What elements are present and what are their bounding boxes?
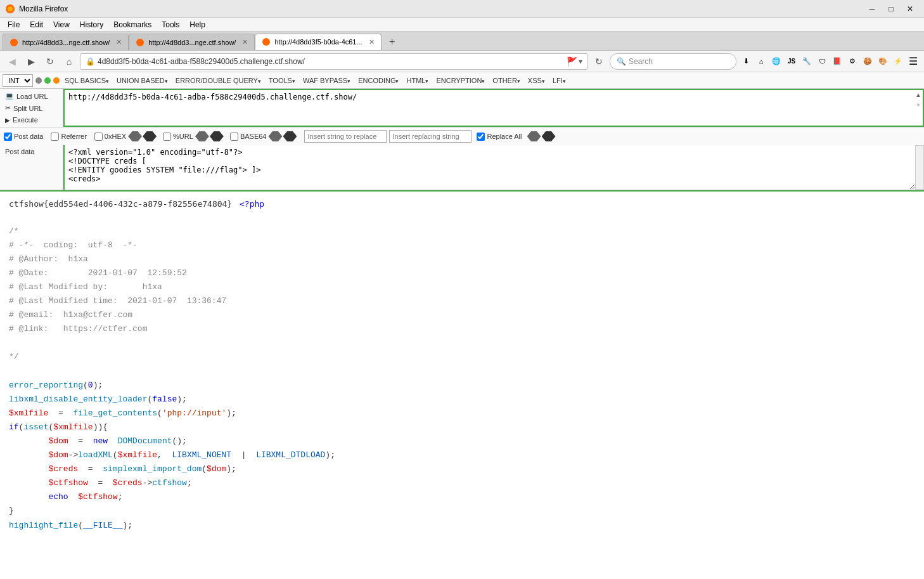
hamburger-menu[interactable]: ☰	[906, 55, 920, 68]
referrer-checkbox[interactable]	[51, 133, 59, 141]
tab-2[interactable]: http://4d8dd3...nge.ctf.show/ ✕	[129, 34, 255, 50]
base64-checkbox[interactable]	[230, 133, 238, 141]
hackbar-url-area: ▲ +	[63, 89, 924, 127]
ext-icon4[interactable]: ⚡	[891, 55, 905, 68]
menu-union-based[interactable]: UNION BASED▾	[114, 75, 170, 86]
svg-point-2	[10, 39, 18, 46]
dot-green	[44, 77, 51, 84]
search-bar[interactable]: 🔍 Search	[610, 53, 736, 70]
ext-icon1[interactable]: 🔧	[800, 55, 814, 68]
maximize-button[interactable]: □	[882, 2, 900, 16]
menu-history[interactable]: History	[75, 19, 108, 30]
reload-button[interactable]: ↻	[42, 53, 58, 70]
js-icon[interactable]: JS	[785, 55, 799, 68]
hackbar-url-controls: ▲ +	[914, 90, 923, 109]
referrer-label: Referrer	[61, 133, 86, 140]
menu-encryption[interactable]: ENCRYPTION▾	[433, 75, 487, 86]
refresh-button[interactable]: ↻	[591, 53, 607, 70]
menubar: File Edit View History Bookmarks Tools H…	[0, 18, 924, 32]
new-tab-button[interactable]: +	[384, 34, 401, 50]
ext-icon3[interactable]: 🎨	[876, 55, 890, 68]
tab1-favicon	[10, 38, 18, 47]
home-icon[interactable]: ⌂	[754, 55, 768, 68]
shield-icon[interactable]: 🛡	[815, 55, 829, 68]
split-url-button[interactable]: ✂ Split URL	[0, 102, 63, 114]
menu-sql-basics[interactable]: SQL BASICS▾	[62, 75, 112, 86]
insert-string-input[interactable]	[304, 130, 387, 143]
hackbar-sidebar: 💻 Load URL ✂ Split URL ▶ Execute	[0, 89, 63, 127]
close-button[interactable]: ✕	[901, 2, 919, 16]
forward-button[interactable]: ▶	[23, 53, 39, 70]
replace-arrow-right[interactable]	[542, 131, 556, 141]
base64-arrow-left[interactable]	[268, 131, 282, 141]
titlebar: Mozilla Firefox ─ □ ✕	[0, 0, 924, 18]
load-url-button[interactable]: 💻 Load URL	[0, 90, 63, 102]
menu-bookmarks[interactable]: Bookmarks	[108, 19, 157, 30]
hex-arrow-right[interactable]	[143, 131, 157, 141]
execute-button[interactable]: ▶ Execute	[0, 114, 63, 126]
menu-help[interactable]: Help	[184, 19, 210, 30]
tab3-favicon	[262, 37, 271, 46]
back-button[interactable]: ◀	[4, 53, 20, 70]
menu-error-query[interactable]: ERROR/DOUBLE QUERY▾	[173, 75, 264, 86]
int-select[interactable]: INT	[3, 74, 33, 87]
download-icon[interactable]: ⬇	[739, 55, 753, 68]
url-arrow-left[interactable]	[195, 131, 209, 141]
tab-1[interactable]: http://4d8dd3...nge.ctf.show/ ✕	[3, 34, 129, 50]
ext-icon2[interactable]: 📕	[830, 55, 844, 68]
replace-all-checkbox-group: Replace All	[477, 133, 522, 141]
menu-html[interactable]: HTML▾	[404, 75, 431, 86]
hex-arrow-left[interactable]	[128, 131, 142, 141]
content-area: ctfshow{edd554ed-4406-432c-a879-f82556e7…	[0, 192, 924, 579]
hex-checkbox-group: 0xHEX	[94, 133, 126, 141]
post-data-scrollbar[interactable]	[915, 145, 924, 190]
base64-arrow-right[interactable]	[283, 131, 297, 141]
hackbar-options-row: Post data Referrer 0xHEX %URL	[0, 127, 924, 145]
titlebar-controls: ─ □ ✕	[863, 2, 919, 16]
dropdown-arrow-icon[interactable]: ▾	[579, 57, 582, 66]
globe-icon[interactable]: 🌐	[769, 55, 783, 68]
replace-all-checkbox[interactable]	[477, 133, 485, 141]
url-up-button[interactable]: ▲	[914, 90, 923, 99]
hex-checkbox[interactable]	[94, 133, 103, 141]
post-data-input[interactable]	[63, 145, 915, 190]
minimize-button[interactable]: ─	[863, 2, 881, 16]
titlebar-left: Mozilla Firefox	[5, 4, 68, 14]
base64-label: BASE64	[240, 133, 267, 140]
hackbar-postdata-row: Post data	[0, 145, 924, 190]
menu-tools[interactable]: Tools	[157, 19, 184, 30]
menu-file[interactable]: File	[3, 19, 25, 30]
url-bar[interactable]: 🔒 4d8dd3f5-b0da-4c61-adba-f588c29400d5.c…	[80, 53, 588, 70]
menu-edit[interactable]: Edit	[25, 19, 48, 30]
tabbar: http://4d8dd3...nge.ctf.show/ ✕ http://4…	[0, 32, 924, 51]
tab1-label: http://4d8dd3...nge.ctf.show/	[22, 39, 110, 46]
tab3-close[interactable]: ✕	[369, 38, 375, 46]
home-button[interactable]: ⌂	[61, 53, 77, 70]
insert-replacing-input[interactable]	[389, 130, 472, 143]
url-plus-button[interactable]: +	[914, 100, 923, 109]
menu-tools[interactable]: TOOLS▾	[266, 75, 298, 86]
menu-waf-bypass[interactable]: WAF BYPASS▾	[300, 75, 353, 86]
menu-view[interactable]: View	[48, 19, 75, 30]
flag-text: ctfshow{edd554ed-4406-432c-a879-f82556e7…	[9, 199, 232, 209]
post-data-checkbox[interactable]	[4, 133, 12, 141]
url-arrow-right[interactable]	[210, 131, 224, 141]
tab1-close[interactable]: ✕	[116, 38, 122, 46]
menu-other[interactable]: OTHER▾	[490, 75, 523, 86]
replace-arrow-left[interactable]	[527, 131, 541, 141]
tab-3[interactable]: http://4d8dd3f5-b0da-4c61... ✕	[255, 34, 381, 50]
lock-icon: 🔒	[86, 57, 95, 66]
hackbar: INT SQL BASICS▾ UNION BASED▾ ERROR/DOUBL…	[0, 72, 924, 192]
play-icon: ▶	[5, 117, 10, 124]
menu-encoding[interactable]: ENCODING▾	[356, 75, 401, 86]
titlebar-title: Mozilla Firefox	[19, 4, 68, 13]
url-input[interactable]	[63, 89, 924, 127]
gear-icon[interactable]: ⚙	[845, 55, 859, 68]
url-encode-checkbox[interactable]	[163, 133, 171, 141]
cookie-icon[interactable]: 🍪	[861, 55, 875, 68]
menu-xss[interactable]: XSS▾	[525, 75, 548, 86]
post-data-label: Post data	[14, 133, 43, 140]
menu-lfi[interactable]: LFI▾	[550, 75, 568, 86]
tab2-close[interactable]: ✕	[242, 38, 248, 46]
url-text: 4d8dd3f5-b0da-4c61-adba-f588c29400d5.cha…	[98, 57, 564, 66]
